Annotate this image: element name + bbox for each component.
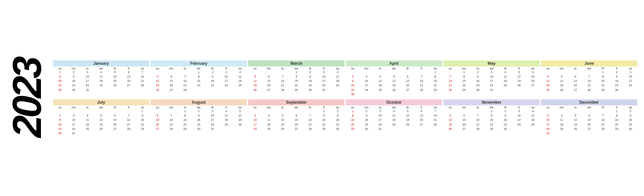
day-cell: 1 <box>428 70 442 75</box>
day-cell: 4 <box>80 113 94 118</box>
svg-line-901 <box>569 99 570 105</box>
svg-line-660 <box>275 99 276 105</box>
day-header-su: su <box>151 67 164 70</box>
svg-line-242 <box>348 60 349 66</box>
svg-line-924 <box>600 99 601 105</box>
svg-line-211 <box>317 60 317 66</box>
svg-line-627 <box>240 99 241 105</box>
svg-line-98 <box>175 60 175 66</box>
svg-line-573 <box>168 99 169 105</box>
svg-line-506 <box>88 99 89 105</box>
svg-line-721 <box>347 99 348 105</box>
day-header-tu: tu <box>569 67 582 70</box>
svg-line-823 <box>474 99 475 105</box>
empty-cell <box>108 109 122 113</box>
svg-line-90 <box>164 60 165 66</box>
day-header-th: th <box>401 67 415 70</box>
svg-line-185 <box>282 60 282 66</box>
day-cell: 22 <box>178 122 192 127</box>
svg-line-684 <box>307 99 308 105</box>
svg-line-827 <box>480 99 480 105</box>
day-cell: 26 <box>248 88 262 92</box>
svg-line-659 <box>274 99 274 105</box>
svg-line-447 <box>604 60 605 66</box>
svg-line-341 <box>472 60 472 66</box>
month-june: Junesumotuwethfrsa1234567891011121314151… <box>541 60 637 97</box>
day-cell: 12 <box>443 118 457 122</box>
svg-line-322 <box>446 60 447 66</box>
day-cell: 18 <box>233 79 247 83</box>
svg-line-359 <box>496 60 496 66</box>
day-cell: 21 <box>428 118 442 122</box>
day-cell: 27 <box>122 83 136 88</box>
day-header-th: th <box>303 106 317 109</box>
svg-line-887 <box>550 99 551 105</box>
day-cell: 24 <box>317 83 331 88</box>
svg-line-889 <box>553 99 554 105</box>
svg-line-263 <box>377 60 377 66</box>
day-cell: 16 <box>360 118 373 122</box>
svg-line-10 <box>66 60 67 66</box>
svg-line-411 <box>556 60 556 66</box>
day-header-tu: tu <box>471 67 485 70</box>
days-grid: 1234567891011121314151617181920212223242… <box>151 70 247 92</box>
svg-line-947 <box>631 99 632 105</box>
day-cell: 4 <box>262 113 276 118</box>
day-cell: 11 <box>555 118 569 122</box>
day-cell: 15 <box>192 79 206 83</box>
day-header-th: th <box>108 67 122 70</box>
svg-line-583 <box>181 99 182 105</box>
day-cell: 7 <box>443 75 457 79</box>
svg-line-738 <box>370 99 371 105</box>
svg-line-67 <box>143 60 144 66</box>
svg-line-168 <box>259 60 260 66</box>
svg-line-854 <box>516 99 517 105</box>
svg-line-101 <box>179 60 179 66</box>
svg-line-783 <box>430 99 431 105</box>
svg-line-764 <box>405 99 406 105</box>
svg-line-423 <box>572 60 573 66</box>
svg-line-568 <box>161 99 162 105</box>
day-cell: 18 <box>526 118 540 122</box>
empty-cell <box>289 109 303 113</box>
svg-line-939 <box>620 99 621 105</box>
svg-line-508 <box>91 99 91 105</box>
svg-line-97 <box>173 60 174 66</box>
svg-line-377 <box>520 60 521 66</box>
day-headers: sumotuwethfrsa <box>443 106 540 109</box>
svg-line-544 <box>139 99 140 105</box>
day-cell: 23 <box>331 122 344 127</box>
svg-line-562 <box>153 99 154 105</box>
day-cell: 25 <box>555 127 569 131</box>
svg-line-491 <box>68 99 68 105</box>
day-cell: 28 <box>596 127 610 131</box>
day-cell: 25 <box>331 83 344 88</box>
svg-line-859 <box>523 99 523 105</box>
day-header-fr: fr <box>512 67 526 70</box>
svg-line-213 <box>319 60 320 66</box>
day-cell: 20 <box>108 122 122 127</box>
day-cell: 6 <box>582 113 596 118</box>
svg-line-106 <box>185 60 186 66</box>
svg-line-86 <box>159 60 159 66</box>
svg-line-466 <box>630 60 630 66</box>
svg-line-861 <box>525 99 526 105</box>
day-cell: 29 <box>346 127 360 131</box>
svg-line-186 <box>283 60 284 66</box>
svg-line-722 <box>348 99 349 105</box>
month-december: Decembersumotuwethfrsa123456789101112131… <box>541 99 637 136</box>
day-cell: 27 <box>457 127 471 131</box>
svg-line-226 <box>337 60 337 66</box>
empty-cell <box>596 109 610 113</box>
svg-line-172 <box>264 60 265 66</box>
svg-line-259 <box>371 60 372 66</box>
svg-line-244 <box>351 60 352 66</box>
svg-line-301 <box>428 60 428 66</box>
svg-line-857 <box>520 99 521 105</box>
day-cell: 10 <box>80 75 94 79</box>
day-header-th: th <box>401 106 415 109</box>
day-header-mo: mo <box>164 67 178 70</box>
svg-line-488 <box>64 99 64 105</box>
day-cell: 20 <box>582 122 596 127</box>
svg-line-492 <box>69 99 70 105</box>
